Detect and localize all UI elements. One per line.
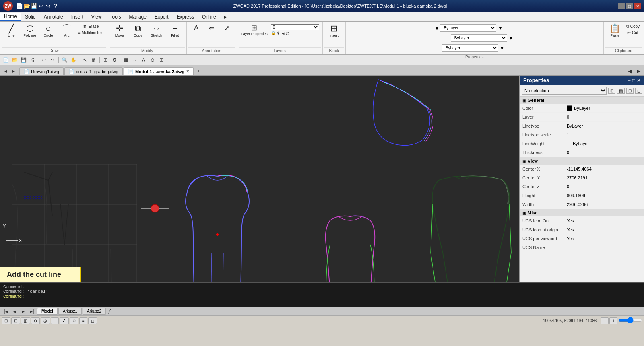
- status-ortho[interactable]: ◫: [21, 317, 30, 324]
- tab-scroll-left[interactable]: ◂: [2, 67, 10, 75]
- multiline-button[interactable]: ≡ MultilineText: [76, 30, 105, 36]
- prop-icon-btn2[interactable]: ▤: [617, 88, 625, 94]
- modify-fillet-button[interactable]: ⌐ Fillet: [166, 23, 184, 38]
- tb2-undo[interactable]: ↩: [40, 56, 48, 64]
- draw-arc-button[interactable]: ⌒ Arc: [58, 23, 76, 38]
- drawing-canvas[interactable]: X Y Add the cut line: [0, 76, 519, 282]
- color-dropdown[interactable]: ByLayer: [440, 24, 496, 32]
- tb2-pan[interactable]: ✋: [69, 56, 77, 64]
- prop-minimize-btn[interactable]: −: [628, 78, 631, 83]
- linetype-dropdown-arrow[interactable]: ▼: [509, 36, 513, 41]
- annotation-btn3[interactable]: ⤢: [220, 23, 234, 33]
- tab-modul1-close[interactable]: ✕: [186, 69, 189, 74]
- block-insert-button[interactable]: ⊞ Insert: [325, 23, 343, 38]
- qa-undo[interactable]: ↩: [38, 3, 44, 9]
- paste-button[interactable]: 📋 Paste: [606, 23, 624, 38]
- tab-nav-prev[interactable]: ◂: [10, 307, 19, 315]
- selection-dropdown[interactable]: No selection: [522, 86, 607, 95]
- status-trans[interactable]: ◻: [88, 317, 97, 324]
- tb2-redo[interactable]: ↪: [49, 56, 57, 64]
- menu-express[interactable]: Express: [173, 13, 198, 21]
- general-section-header[interactable]: ▣ General: [520, 97, 644, 104]
- command-line[interactable]: Command: Command: *cancel* Command:: [0, 282, 644, 307]
- status-osnap[interactable]: ◎: [41, 317, 50, 324]
- modify-copy-button[interactable]: ⧉ Copy: [129, 23, 147, 38]
- status-polar[interactable]: ⊙: [31, 317, 40, 324]
- misc-section-header[interactable]: ▣ Misc: [520, 209, 644, 216]
- tb2-snap[interactable]: ⊙: [149, 56, 157, 64]
- tab-nav-next[interactable]: ▸: [19, 307, 27, 315]
- lineweight-dropdown[interactable]: ByLayer: [442, 44, 498, 52]
- tb2-select[interactable]: ↖: [81, 56, 89, 64]
- layer-select[interactable]: 0: [271, 24, 319, 30]
- prop-icon-btn3[interactable]: ⊡: [626, 88, 634, 94]
- annotation-btn1[interactable]: A: [189, 23, 204, 32]
- tab-scroll-right[interactable]: ▸: [10, 67, 18, 75]
- tb2-plot[interactable]: 🖨: [28, 56, 36, 64]
- menu-tools[interactable]: Tools: [106, 13, 125, 21]
- tb2-dim[interactable]: ↔: [131, 56, 139, 64]
- tb2-hatch[interactable]: ▦: [122, 56, 130, 64]
- btab-model[interactable]: Model: [37, 308, 58, 315]
- status-snap[interactable]: ⊟: [11, 317, 20, 324]
- btab-arkusz2[interactable]: Arkusz2: [83, 308, 106, 315]
- tb2-new[interactable]: 📄: [2, 56, 10, 64]
- color-dropdown-arrow[interactable]: ▼: [498, 26, 502, 31]
- tab-modul1[interactable]: 📄 Modul 1 ...amska 2.dwg ✕: [124, 67, 194, 75]
- modify-stretch-button[interactable]: ↔ Stretch: [148, 23, 165, 38]
- zoom-out-btn[interactable]: −: [601, 317, 609, 324]
- tb2-save[interactable]: 💾: [19, 56, 27, 64]
- qa-redo[interactable]: ↪: [45, 3, 52, 9]
- tb2-properties[interactable]: ⚙: [110, 56, 118, 64]
- menu-view[interactable]: View: [87, 13, 106, 21]
- menu-online[interactable]: Online: [198, 13, 220, 21]
- clipboard-copy-btn[interactable]: ⧉ Copy: [625, 23, 641, 30]
- tab-drawing1[interactable]: 📄 Drawing1.dwg: [19, 67, 64, 75]
- tb2-grid[interactable]: ⊞: [157, 56, 165, 64]
- menu-insert[interactable]: Insert: [67, 13, 87, 21]
- status-otrack[interactable]: □: [51, 317, 59, 324]
- qa-open[interactable]: 📂: [23, 3, 30, 9]
- zoom-in-btn[interactable]: +: [609, 317, 617, 324]
- cmd-input-field[interactable]: [3, 299, 84, 304]
- menu-manage[interactable]: Manage: [125, 13, 151, 21]
- erase-button[interactable]: 🗑 Erase: [76, 23, 105, 29]
- btab-arkusz1[interactable]: Arkusz1: [58, 308, 82, 315]
- draw-circle-button[interactable]: ○ Circle: [39, 23, 57, 38]
- status-lwt[interactable]: ≡: [79, 317, 87, 324]
- clipboard-cut-btn[interactable]: ✂ Cut: [625, 30, 641, 36]
- minimize-button[interactable]: −: [618, 3, 625, 9]
- prop-close-btn[interactable]: ✕: [637, 78, 641, 83]
- menu-solid[interactable]: Solid: [21, 13, 40, 21]
- lineweight-dropdown-arrow[interactable]: ▼: [500, 46, 504, 51]
- new-tab-button[interactable]: +: [194, 67, 202, 75]
- qa-new[interactable]: 📄: [16, 3, 23, 9]
- prop-restore-btn[interactable]: □: [632, 78, 635, 83]
- tab-nav-last[interactable]: ▸|: [28, 307, 36, 315]
- zoom-slider[interactable]: [618, 317, 642, 323]
- panel-toggle-right[interactable]: ▶: [634, 67, 642, 75]
- status-ducs[interactable]: ∠: [60, 317, 69, 324]
- tb2-erase[interactable]: 🗑: [90, 56, 98, 64]
- panel-toggle-left[interactable]: ◀: [625, 67, 634, 75]
- view-section-header[interactable]: ▣ View: [520, 157, 644, 165]
- annotation-btn2[interactable]: ⇐: [204, 23, 219, 33]
- tb2-layers[interactable]: ⊞: [101, 56, 109, 64]
- draw-line-button[interactable]: ╱ Line: [2, 23, 20, 38]
- status-grid[interactable]: ⊞: [2, 317, 10, 324]
- menu-more[interactable]: ▸: [220, 13, 231, 21]
- tab-nav-first[interactable]: |◂: [2, 307, 10, 315]
- qa-save[interactable]: 💾: [31, 3, 37, 9]
- maximize-button[interactable]: □: [626, 3, 633, 9]
- menu-export[interactable]: Export: [151, 13, 173, 21]
- tab-dress-grading[interactable]: 📄 dress_1_grading.dwg: [64, 67, 123, 75]
- menu-home[interactable]: Home: [0, 13, 21, 21]
- prop-icon-btn1[interactable]: ⊞: [608, 88, 615, 94]
- status-dyn[interactable]: ⊕: [70, 317, 78, 324]
- menu-annotate[interactable]: Annotate: [40, 13, 67, 21]
- layer-properties-button[interactable]: ⊞ Layer Properties: [239, 23, 269, 37]
- qa-help[interactable]: ?: [52, 3, 59, 9]
- modify-move-button[interactable]: ✛ Move: [111, 23, 128, 38]
- prop-icon-btn4[interactable]: ◻: [635, 88, 642, 94]
- linetype-dropdown[interactable]: ByLayer: [451, 34, 507, 42]
